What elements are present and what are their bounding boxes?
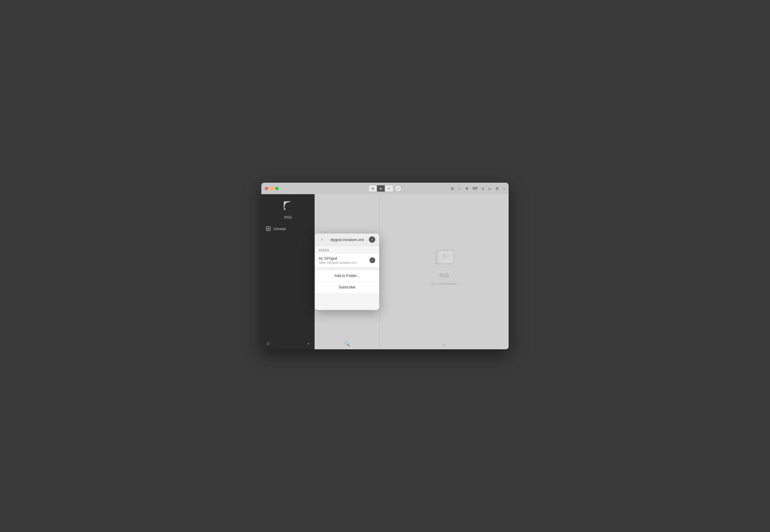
- maximize-traffic-light[interactable]: [275, 187, 279, 190]
- minimize-traffic-light[interactable]: [270, 187, 274, 190]
- modal-title: diygod.me/atom.xml: [330, 238, 364, 242]
- right-panel: RSS No unread items ⌄: [380, 194, 509, 349]
- sidebar-rss-label: RSS: [284, 215, 292, 219]
- sidebar-logo: RSS: [261, 194, 315, 224]
- right-panel-bottom: ⌄: [380, 338, 509, 349]
- close-traffic-light[interactable]: [265, 187, 268, 190]
- feed-check-icon: ✓: [371, 259, 374, 262]
- center-panel: 🔍 ‹ diygod.me/atom.xml ✓: [315, 194, 380, 349]
- dismiss-button[interactable]: ×: [395, 185, 401, 192]
- globe-icon[interactable]: ⊕: [495, 186, 499, 191]
- sidebar: RSS Unread ↺ +: [261, 194, 315, 349]
- title-bar-right: ⊕ ○ ★ BR ≡ ∞ ⊕ ↑: [450, 186, 505, 191]
- add-feed-icon[interactable]: +: [307, 341, 310, 346]
- refresh-icon[interactable]: ↺: [266, 341, 270, 346]
- modal-separator: [315, 267, 379, 270]
- sidebar-unread-label: Unread: [274, 227, 286, 231]
- add-to-folder-button[interactable]: Add to Folder...: [315, 270, 379, 281]
- modal-confirm-button[interactable]: ✓: [369, 236, 375, 243]
- accessibility-icon[interactable]: ∞: [488, 186, 491, 191]
- share-icon[interactable]: ↑: [503, 186, 505, 191]
- modal-overlay: ‹ diygod.me/atom.xml ✓ FEEDS Hi, DIYgod …: [315, 194, 379, 349]
- chevron-down-icon[interactable]: ⌄: [442, 341, 446, 346]
- svg-point-0: [284, 208, 286, 210]
- br-icon[interactable]: BR: [473, 186, 478, 190]
- circle-icon[interactable]: ○: [458, 186, 461, 191]
- starred-view-button[interactable]: ★: [369, 185, 377, 192]
- list-view-button[interactable]: ≡: [385, 185, 393, 192]
- title-bar: ★ ● ≡ × ⊕ ○ ★ BR ≡ ∞ ⊕ ↑: [261, 183, 509, 194]
- modal-back-button[interactable]: ‹: [319, 236, 325, 243]
- right-panel-empty-subtitle: No unread items: [432, 282, 457, 286]
- app-window: ★ ● ≡ × ⊕ ○ ★ BR ≡ ∞ ⊕ ↑: [261, 183, 509, 349]
- right-panel-empty-title: RSS: [439, 273, 449, 278]
- brightness-icon[interactable]: ⊕: [450, 186, 454, 191]
- traffic-lights: [265, 187, 279, 190]
- right-panel-empty-state: RSS No unread items: [380, 194, 509, 338]
- rss-logo-icon: [282, 200, 294, 214]
- unread-icon: [266, 226, 271, 231]
- unread-view-button[interactable]: ●: [377, 185, 385, 192]
- reader-icon[interactable]: ≡: [482, 186, 484, 191]
- feed-name: Hi, DIYgod: [319, 256, 357, 261]
- toolbar-center: ★ ● ≡ ×: [369, 185, 401, 192]
- feed-modal: ‹ diygod.me/atom.xml ✓ FEEDS Hi, DIYgod …: [315, 234, 379, 310]
- rss-box-icon: [433, 247, 456, 270]
- modal-footer: [315, 293, 379, 310]
- modal-confirm-icon: ✓: [371, 238, 374, 242]
- feed-subscribed-icon: ✓: [369, 257, 375, 263]
- sidebar-item-unread[interactable]: Unread: [261, 224, 315, 233]
- back-chevron-icon: ‹: [321, 237, 323, 242]
- bookmark-icon[interactable]: ★: [465, 186, 469, 191]
- subscribe-button[interactable]: Subscribe: [315, 281, 379, 293]
- main-content: RSS Unread ↺ + 🔍: [261, 194, 509, 349]
- modal-header: ‹ diygod.me/atom.xml ✓: [315, 234, 379, 246]
- sidebar-bottom: ↺ +: [261, 338, 315, 349]
- feed-url: https://diygod.me/atom.xml: [319, 261, 357, 264]
- view-toggle-group: ★ ● ≡: [369, 185, 393, 192]
- feed-item[interactable]: Hi, DIYgod https://diygod.me/atom.xml ✓: [315, 253, 379, 267]
- feeds-section-label: FEEDS: [315, 246, 379, 253]
- svg-rect-3: [438, 251, 454, 264]
- feed-info: Hi, DIYgod https://diygod.me/atom.xml: [319, 256, 357, 264]
